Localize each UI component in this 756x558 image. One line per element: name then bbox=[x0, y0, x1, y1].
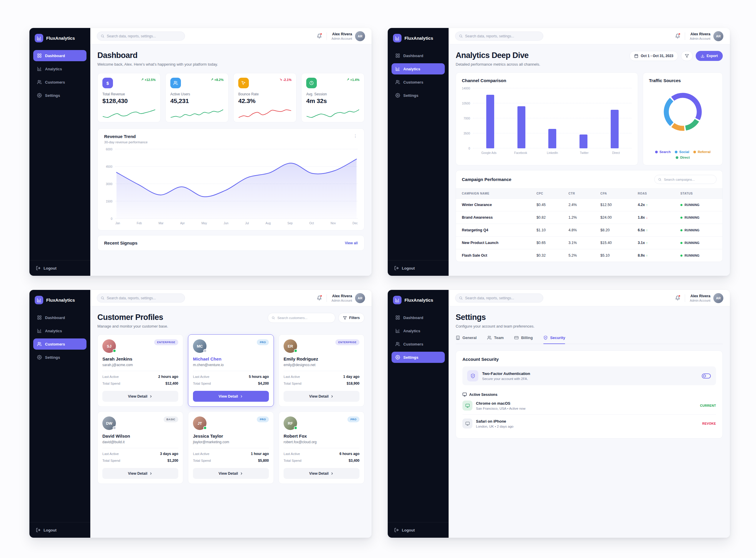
legend-dot bbox=[655, 151, 658, 153]
active-sessions-header: Active Sessions bbox=[463, 392, 716, 397]
sidebar-item-dashboard[interactable]: Dashboard bbox=[392, 312, 445, 323]
channel-bar-chart: 0350070001050014000 bbox=[462, 88, 632, 148]
avatar[interactable]: AR bbox=[355, 31, 365, 41]
view-detail-button[interactable]: View Detail bbox=[102, 468, 178, 479]
view-detail-button[interactable]: View Detail bbox=[193, 468, 269, 479]
nav-label: Analytics bbox=[403, 67, 420, 71]
online-status-dot bbox=[294, 349, 297, 353]
sidebar-item-customers[interactable]: Customers bbox=[33, 338, 86, 350]
building-icon bbox=[455, 335, 460, 340]
logout-label: Logout bbox=[402, 266, 415, 271]
nav-label: Analytics bbox=[45, 329, 62, 333]
users-icon bbox=[487, 335, 492, 340]
notifications-bell-icon[interactable] bbox=[675, 33, 680, 39]
logout-icon bbox=[394, 266, 399, 271]
chart-title: Channel Comparison bbox=[462, 78, 632, 83]
filters-button[interactable]: Filters bbox=[338, 313, 364, 323]
sidebar-item-settings[interactable]: Settings bbox=[33, 352, 86, 363]
online-status-dot bbox=[203, 349, 207, 353]
logout-button[interactable]: Logout bbox=[29, 260, 90, 276]
logout-icon bbox=[394, 528, 399, 532]
user-role: Admin Account bbox=[690, 37, 710, 40]
trend-down-icon: ↓ bbox=[646, 216, 648, 219]
date-range-picker[interactable]: Oct 1 - Oct 31, 2023 bbox=[629, 51, 678, 61]
export-button[interactable]: Export bbox=[696, 51, 723, 61]
notifications-bell-icon[interactable] bbox=[317, 33, 322, 39]
page-title: Dashboard bbox=[97, 51, 364, 60]
notification-dot bbox=[320, 295, 322, 297]
tab-general[interactable]: General bbox=[455, 335, 476, 344]
revoke-button[interactable]: REVOKE bbox=[702, 422, 716, 425]
customer-email: david@build.it bbox=[102, 440, 178, 444]
view-detail-button[interactable]: View Detail bbox=[284, 468, 360, 479]
sidebar-item-settings[interactable]: Settings bbox=[392, 352, 445, 363]
sidebar-item-analytics[interactable]: Analytics bbox=[33, 63, 86, 74]
y-axis-labels: 0350070001050014000 bbox=[462, 88, 473, 148]
stat-value: 42.3% bbox=[238, 97, 291, 104]
filter-button[interactable] bbox=[681, 51, 693, 61]
trend-up-icon: ↗ bbox=[141, 78, 144, 81]
sidebar: FluxAnalytics Dashboard Analytics Custom… bbox=[29, 290, 90, 538]
grid-icon bbox=[37, 315, 42, 320]
campaign-search-input[interactable] bbox=[654, 175, 716, 184]
view-detail-button[interactable]: View Detail bbox=[193, 391, 269, 402]
search-input[interactable] bbox=[455, 31, 543, 41]
sidebar-item-analytics[interactable]: Analytics bbox=[33, 325, 86, 336]
sidebar-item-dashboard[interactable]: Dashboard bbox=[392, 50, 445, 61]
channel-comparison-card: Channel Comparison 0350070001050014000 G… bbox=[455, 72, 638, 166]
sidebar-item-settings[interactable]: Settings bbox=[33, 90, 86, 101]
notifications-bell-icon[interactable] bbox=[675, 296, 680, 301]
avatar[interactable]: AR bbox=[713, 293, 723, 303]
logout-button[interactable]: Logout bbox=[388, 260, 449, 276]
user-role: Admin Account bbox=[332, 37, 352, 40]
logout-button[interactable]: Logout bbox=[388, 522, 449, 538]
stat-card-bounce: ↘-2.1% Bounce Rate 42.3% bbox=[233, 73, 296, 122]
search-input[interactable] bbox=[97, 294, 185, 303]
legend-dot bbox=[676, 156, 678, 159]
clock-icon bbox=[306, 78, 317, 88]
tab-team[interactable]: Team bbox=[487, 335, 504, 344]
topbar: Alex Rivera Admin Account AR bbox=[449, 290, 730, 306]
sidebar-item-customers[interactable]: Customers bbox=[392, 338, 445, 350]
view-detail-button[interactable]: View Detail bbox=[284, 391, 360, 402]
sidebar-item-customers[interactable]: Customers bbox=[392, 77, 445, 88]
session-meta: San Francisco, USA • Active now bbox=[476, 407, 525, 410]
customer-name: Jessica Taylor bbox=[193, 433, 269, 438]
two-factor-toggle[interactable] bbox=[701, 373, 711, 379]
trend-up-icon: ↗ bbox=[211, 78, 213, 81]
credit-card-icon bbox=[514, 335, 519, 340]
view-detail-button[interactable]: View Detail bbox=[102, 391, 178, 402]
brand-logo-icon bbox=[35, 296, 43, 304]
sidebar-item-dashboard[interactable]: Dashboard bbox=[33, 50, 86, 61]
tab-security[interactable]: Security bbox=[543, 335, 565, 344]
avatar[interactable]: AR bbox=[355, 293, 365, 303]
sidebar-item-analytics[interactable]: Analytics bbox=[392, 325, 445, 336]
sidebar-item-analytics[interactable]: Analytics bbox=[392, 63, 445, 74]
tab-billing[interactable]: Billing bbox=[514, 335, 533, 344]
notifications-bell-icon[interactable] bbox=[317, 296, 322, 301]
user-info: Alex Rivera Admin Account bbox=[332, 32, 352, 40]
view-all-link[interactable]: View all bbox=[345, 241, 358, 245]
tier-badge: PRO bbox=[257, 339, 269, 345]
divider bbox=[284, 448, 360, 448]
divider bbox=[193, 448, 269, 448]
divider bbox=[284, 371, 360, 371]
search-input[interactable] bbox=[455, 294, 543, 303]
sidebar-item-dashboard[interactable]: Dashboard bbox=[33, 312, 86, 323]
user-role: Admin Account bbox=[690, 299, 710, 302]
sparkline-chart bbox=[238, 108, 291, 118]
column-header: ROAS bbox=[632, 189, 675, 199]
avatar: MC bbox=[193, 339, 207, 353]
sidebar-nav: Dashboard Analytics Customers Settings bbox=[29, 312, 90, 363]
search-input[interactable] bbox=[97, 31, 185, 41]
kebab-menu-icon[interactable]: ⋮ bbox=[353, 134, 358, 138]
avatar[interactable]: AR bbox=[713, 31, 723, 41]
brand-logo-icon bbox=[393, 34, 401, 42]
sidebar-item-settings[interactable]: Settings bbox=[392, 90, 445, 101]
monitor-icon bbox=[463, 418, 472, 429]
chevron-right-icon bbox=[149, 395, 153, 398]
logout-button[interactable]: Logout bbox=[29, 522, 90, 538]
sidebar-item-customers[interactable]: Customers bbox=[33, 77, 86, 88]
customer-search-input[interactable] bbox=[268, 313, 335, 323]
trend-down-icon: ↘ bbox=[280, 78, 282, 81]
